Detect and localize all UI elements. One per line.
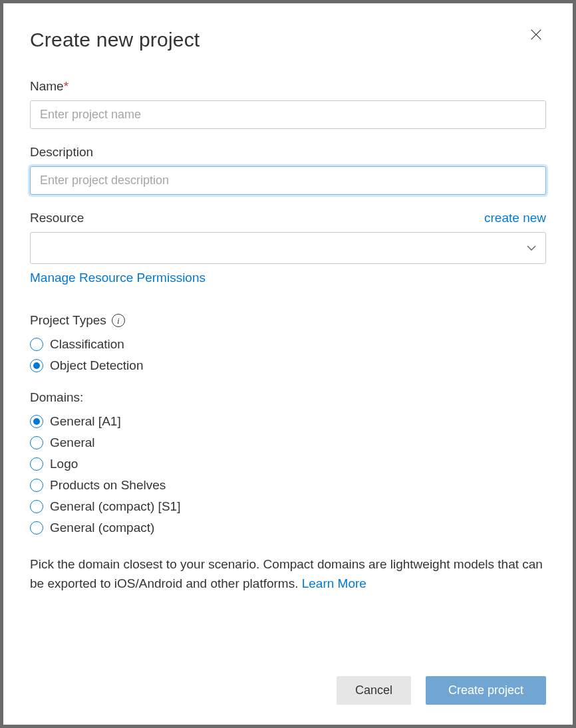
project-types-section: Project Types i Classification Object De… bbox=[30, 313, 546, 373]
close-icon bbox=[529, 27, 543, 42]
domain-general-compact[interactable]: General (compact) bbox=[30, 521, 546, 535]
radio-label: General (compact) bbox=[50, 521, 154, 535]
helper-text-content: Pick the domain closest to your scenario… bbox=[30, 557, 543, 590]
resource-select[interactable] bbox=[30, 232, 546, 264]
description-label: Description bbox=[30, 145, 546, 160]
project-type-classification[interactable]: Classification bbox=[30, 337, 546, 352]
project-types-label: Project Types i bbox=[30, 313, 125, 328]
name-label: Name* bbox=[30, 79, 546, 94]
domains-label: Domains: bbox=[30, 390, 83, 405]
project-type-object-detection[interactable]: Object Detection bbox=[30, 358, 546, 373]
domain-products-on-shelves[interactable]: Products on Shelves bbox=[30, 478, 546, 493]
create-new-resource-link[interactable]: create new bbox=[484, 211, 546, 225]
radio-label: Logo bbox=[50, 457, 78, 471]
radio-label: General bbox=[50, 435, 95, 450]
description-group: Description bbox=[30, 145, 546, 195]
close-button[interactable] bbox=[526, 25, 546, 47]
radio-icon bbox=[30, 521, 43, 535]
radio-icon bbox=[30, 415, 43, 428]
resource-label: Resource bbox=[30, 211, 84, 225]
modal-header: Create new project bbox=[30, 29, 546, 51]
radio-label: Classification bbox=[50, 337, 124, 352]
radio-label: Object Detection bbox=[50, 358, 143, 373]
resource-label-row: Resource create new bbox=[30, 211, 546, 225]
required-asterisk: * bbox=[64, 79, 69, 93]
radio-label: Products on Shelves bbox=[50, 478, 166, 493]
name-label-text: Name bbox=[30, 79, 64, 93]
radio-icon bbox=[30, 338, 43, 351]
radio-icon bbox=[30, 359, 43, 372]
name-input[interactable] bbox=[30, 100, 546, 129]
domain-general[interactable]: General bbox=[30, 435, 546, 450]
radio-icon bbox=[30, 479, 43, 492]
cancel-button[interactable]: Cancel bbox=[337, 676, 411, 705]
project-types-radio-group: Classification Object Detection bbox=[30, 337, 546, 373]
create-project-modal: Create new project Name* Description Res… bbox=[3, 3, 573, 725]
radio-icon bbox=[30, 436, 43, 449]
radio-icon bbox=[30, 457, 43, 471]
domains-helper-text: Pick the domain closest to your scenario… bbox=[30, 555, 546, 593]
create-project-button[interactable]: Create project bbox=[426, 676, 546, 705]
description-input[interactable] bbox=[30, 166, 546, 195]
button-row: Cancel Create project bbox=[30, 676, 546, 705]
project-types-label-text: Project Types bbox=[30, 313, 106, 328]
domain-general-a1[interactable]: General [A1] bbox=[30, 414, 546, 429]
domain-logo[interactable]: Logo bbox=[30, 457, 546, 471]
modal-title: Create new project bbox=[30, 29, 200, 51]
domain-general-compact-s1[interactable]: General (compact) [S1] bbox=[30, 499, 546, 514]
info-icon[interactable]: i bbox=[112, 314, 125, 327]
manage-resource-permissions-link[interactable]: Manage Resource Permissions bbox=[30, 271, 206, 285]
resource-group: Resource create new Manage Resource Perm… bbox=[30, 211, 546, 285]
domains-section: Domains: General [A1] General Logo Produ… bbox=[30, 390, 546, 535]
domains-radio-group: General [A1] General Logo Products on Sh… bbox=[30, 414, 546, 535]
radio-label: General (compact) [S1] bbox=[50, 499, 180, 514]
learn-more-link[interactable]: Learn More bbox=[302, 576, 366, 590]
radio-icon bbox=[30, 500, 43, 513]
name-group: Name* bbox=[30, 79, 546, 129]
radio-label: General [A1] bbox=[50, 414, 121, 429]
